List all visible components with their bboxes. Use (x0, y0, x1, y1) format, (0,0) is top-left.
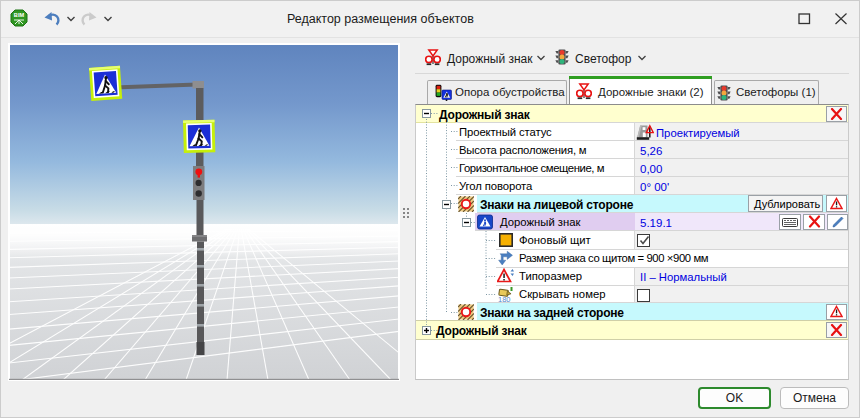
svg-text:180: 180 (498, 295, 511, 303)
svg-text:BIM: BIM (14, 12, 25, 18)
